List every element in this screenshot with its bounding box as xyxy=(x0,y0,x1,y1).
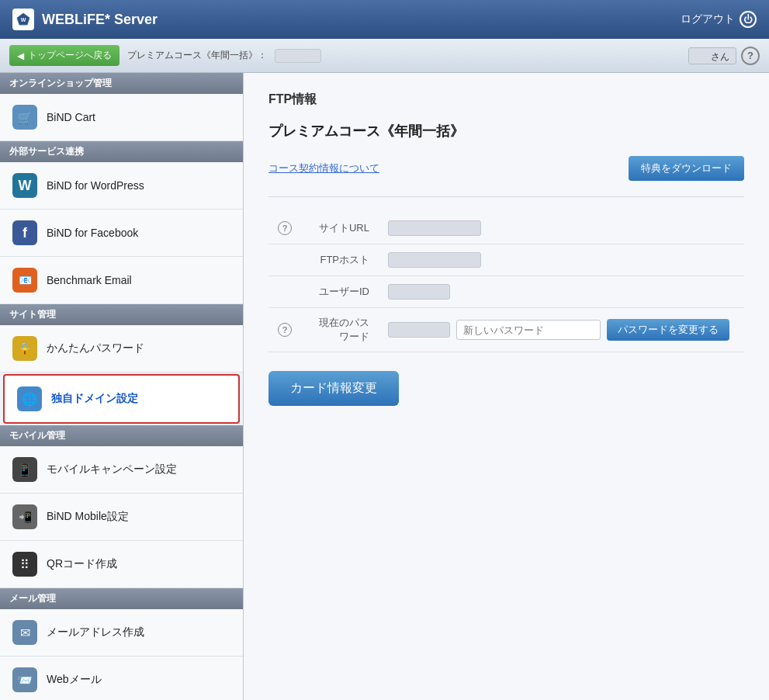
password-help-icon: ? xyxy=(278,323,292,337)
ftp-form-table: ? サイトURL FTPホスト ユーザーID xyxy=(268,213,744,352)
facebook-icon: f xyxy=(12,220,37,245)
sidebar-section-mobile: モバイル管理 xyxy=(0,425,243,446)
mobile-icon: 📱 xyxy=(12,457,37,482)
sidebar-section-mail: メール管理 xyxy=(0,588,243,609)
mail-address-icon: ✉ xyxy=(12,620,37,645)
sidebar-item-label: Benchmark Email xyxy=(47,274,132,286)
site-url-label: サイトURL xyxy=(301,213,379,244)
app-title: WEBLiFE* Server xyxy=(42,12,158,28)
sidebar-item-bind-wordpress[interactable]: W BiND for WordPress xyxy=(0,162,243,210)
content-subtitle: プレミアムコース《年間一括》 xyxy=(268,122,744,140)
sidebar-item-domain-setting[interactable]: 🌐 独自ドメイン設定 xyxy=(3,374,240,424)
subheader: ◀ トップページへ戻る プレミアムコース《年間一括》： さん ? xyxy=(0,39,769,73)
current-password-masked xyxy=(388,322,450,338)
sidebar-item-label: BiND Cart xyxy=(47,111,95,123)
sidebar-item-benchmark-email[interactable]: 📧 Benchmark Email xyxy=(0,257,243,304)
sidebar-item-label: BiND Mobile設定 xyxy=(47,510,129,524)
sidebar-item-bind-facebook[interactable]: f BiND for Facebook xyxy=(0,210,243,257)
help-button[interactable]: ? xyxy=(741,47,760,65)
bind-mobile-icon: 📲 xyxy=(12,504,37,529)
course-link-row: コース契約情報について 特典をダウンロード xyxy=(268,156,744,181)
sidebar-item-label: BiND for Facebook xyxy=(47,227,138,239)
svg-text:W: W xyxy=(21,17,26,23)
sidebar-item-label: BiND for WordPress xyxy=(47,179,144,192)
sidebar-item-label: かんたんパスワード xyxy=(47,341,144,355)
site-url-masked xyxy=(388,220,481,236)
benchmark-icon: 📧 xyxy=(12,268,37,293)
sidebar-item-mobile-campaign[interactable]: 📱 モバイルキャンペーン設定 xyxy=(0,446,243,494)
wordpress-icon: W xyxy=(12,173,37,198)
user-badge: さん xyxy=(688,47,736,64)
lock-icon: 🔒 xyxy=(12,336,37,361)
content-title: FTP情報 xyxy=(268,92,744,108)
ftp-host-label: FTPホスト xyxy=(301,244,379,276)
password-value: パスワードを変更する xyxy=(379,308,744,352)
ftp-host-row: FTPホスト xyxy=(268,244,744,276)
cart-icon: 🛒 xyxy=(12,105,37,130)
user-id-label: ユーザーID xyxy=(301,276,379,308)
logout-label: ログアウト xyxy=(681,12,735,26)
site-url-help-icon: ? xyxy=(278,221,292,235)
separator xyxy=(268,196,744,197)
subheader-right: さん ? xyxy=(688,47,760,65)
back-button[interactable]: ◀ トップページへ戻る xyxy=(9,45,120,66)
sidebar-item-label: QRコード作成 xyxy=(47,557,117,571)
content-area: FTP情報 プレミアムコース《年間一括》 コース契約情報について 特典をダウンロ… xyxy=(244,73,769,700)
user-id-masked xyxy=(388,284,450,300)
new-password-input[interactable] xyxy=(456,320,601,340)
qr-icon: ⠿ xyxy=(12,552,37,577)
breadcrumb-value xyxy=(275,49,321,63)
header-actions: ログアウト ⏻ xyxy=(681,11,757,28)
sidebar-item-webmail[interactable]: 📨 Webメール xyxy=(0,657,243,700)
sidebar-item-easy-password[interactable]: 🔒 かんたんパスワード xyxy=(0,325,243,373)
sidebar-item-bind-mobile[interactable]: 📲 BiND Mobile設定 xyxy=(0,494,243,541)
user-id-row: ユーザーID xyxy=(268,276,744,308)
logout-button[interactable]: ログアウト ⏻ xyxy=(681,11,757,28)
back-label: トップページへ戻る xyxy=(28,49,112,62)
sidebar-section-site: サイト管理 xyxy=(0,304,243,325)
download-button[interactable]: 特典をダウンロード xyxy=(629,156,744,181)
password-label: 現在のパスワード xyxy=(301,308,379,352)
back-arrow-icon: ◀ xyxy=(17,50,24,61)
app-header: W WEBLiFE* Server ログアウト ⏻ xyxy=(0,0,769,39)
sidebar-item-qr-code[interactable]: ⠿ QRコード作成 xyxy=(0,541,243,588)
ftp-host-masked xyxy=(388,252,481,268)
domain-icon: 🌐 xyxy=(17,386,42,411)
sidebar: オンラインショップ管理 🛒 BiND Cart 外部サービス連携 W BiND … xyxy=(0,73,244,700)
ftp-host-value xyxy=(379,244,744,276)
password-row: ? 現在のパスワード パスワードを変更する xyxy=(268,308,744,352)
course-link[interactable]: コース契約情報について xyxy=(268,161,379,175)
sidebar-item-mail-address[interactable]: ✉ メールアドレス作成 xyxy=(0,609,243,657)
password-input-row: パスワードを変更する xyxy=(388,319,735,341)
main-layout: オンラインショップ管理 🛒 BiND Cart 外部サービス連携 W BiND … xyxy=(0,73,769,700)
sidebar-section-external: 外部サービス連携 xyxy=(0,141,243,162)
app-logo: W WEBLiFE* Server xyxy=(12,9,158,30)
power-icon: ⏻ xyxy=(740,11,757,28)
sidebar-section-online-shop: オンラインショップ管理 xyxy=(0,73,243,94)
breadcrumb: プレミアムコース《年間一括》： xyxy=(127,49,267,62)
card-change-button[interactable]: カード情報変更 xyxy=(268,371,399,406)
sidebar-item-bind-cart[interactable]: 🛒 BiND Cart xyxy=(0,94,243,141)
site-url-row: ? サイトURL xyxy=(268,213,744,244)
sidebar-item-label: Webメール xyxy=(47,673,102,687)
sidebar-item-label: 独自ドメイン設定 xyxy=(51,392,138,406)
sidebar-item-label: メールアドレス作成 xyxy=(47,625,144,639)
site-url-value xyxy=(379,213,744,244)
sidebar-item-label: モバイルキャンペーン設定 xyxy=(47,463,177,476)
change-password-button[interactable]: パスワードを変更する xyxy=(607,319,729,341)
webmail-icon: 📨 xyxy=(12,667,37,692)
logo-icon: W xyxy=(12,9,34,30)
user-id-value xyxy=(379,276,744,308)
